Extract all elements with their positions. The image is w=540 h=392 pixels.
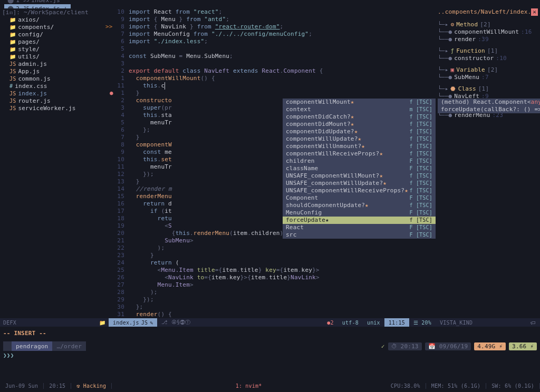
outline-pane: ..compoents/NavLeft/index.js ✕ └─▸ ⚙ Met… bbox=[436, 8, 540, 318]
tree-item-style[interactable]: 📁 style/ bbox=[2, 46, 107, 53]
outline-section[interactable]: └─▸ ƒ Function [1] └──●constructor:10 bbox=[438, 47, 538, 66]
code-line[interactable]: 31 render() { bbox=[109, 311, 436, 318]
file-tree: [in]: ~/WorkSpace/client 📁 axios/📁 compo… bbox=[0, 8, 109, 318]
code-line[interactable]: 27 Menu.Item> bbox=[109, 281, 436, 289]
tree-item-indexcss[interactable]: # index.css bbox=[2, 83, 107, 90]
tree-item-Appjs[interactable]: JS App.js bbox=[2, 68, 107, 75]
code-line[interactable]: 11 this.c bbox=[109, 82, 436, 90]
vista-label: VISTA_KIND bbox=[440, 320, 472, 326]
filename: index.js bbox=[113, 320, 139, 326]
code-line[interactable]: 29 }); bbox=[109, 296, 436, 303]
tree-item-serviceWorkerjs[interactable]: JS serviceWorker.js bbox=[2, 105, 107, 112]
prompt-time: ⏱ 20:13 bbox=[388, 342, 422, 350]
editor-tabs: ⬤ 1 JS index.js ⬤ 2 JS index.js + bbox=[0, 0, 540, 8]
prompt-mem1: 4.49G ⚡ bbox=[474, 342, 506, 350]
code-line[interactable]: 5 bbox=[109, 45, 436, 53]
prompt-path: …/order bbox=[52, 341, 86, 351]
outline-section[interactable]: └─▸ ⚙ Method [2] └──●componentWillMount:… bbox=[438, 21, 538, 47]
cursor-pos: 11:15 bbox=[384, 318, 409, 327]
completion-item[interactable]: UNSAFE_componentWillMount?★f [TSC] bbox=[283, 172, 436, 180]
completion-item[interactable]: childrenF [TSC] bbox=[283, 158, 436, 165]
completion-item[interactable]: componentDidMount?★f [TSC] bbox=[283, 121, 436, 128]
prompt-caret[interactable]: ❯❯❯ bbox=[3, 351, 537, 360]
cwd-label: [in]: ~/WorkSpace/client bbox=[2, 9, 89, 16]
vim-mode: -- INSERT -- bbox=[0, 327, 540, 341]
git-icons: ⎇ ⦿§⓹Ⓣ bbox=[157, 319, 195, 326]
completion-popup[interactable]: componentWillMount★f [TSC]contextm [TSC]… bbox=[283, 99, 436, 239]
tab-index.js[interactable]: ⬤ 1 JS index.js bbox=[4, 0, 71, 4]
tmux-swap: SW: 6% (0.1G) bbox=[486, 383, 540, 389]
tree-item-adminjs[interactable]: JS admin.js bbox=[2, 61, 107, 68]
shell-prompt[interactable]: pendragon …/order ✓ ⏱ 20:13 📅 09/06/19 4… bbox=[0, 341, 540, 362]
completion-item[interactable]: componentDidUpdate?★f [TSC] bbox=[283, 128, 436, 135]
tree-item-indexjs[interactable]: JS index.js bbox=[2, 90, 107, 97]
tmux-bar: Jun-09 Sun 20:15 ☢ Hacking 1: nvim* CPU:… bbox=[0, 381, 540, 390]
code-line[interactable]: 6import "./index.less"; bbox=[109, 38, 436, 45]
code-line[interactable]: 25 <Menu.Item title={item.title} key={it… bbox=[109, 267, 436, 274]
tree-item-compoents[interactable]: 📁 compoents/ bbox=[2, 24, 107, 31]
code-line[interactable]: 28 ); bbox=[109, 289, 436, 296]
code-line[interactable]: 24 return ( bbox=[109, 259, 436, 267]
completion-item[interactable]: contextm [TSC] bbox=[283, 106, 436, 113]
apple-icon bbox=[3, 341, 12, 351]
prompt-date: 📅 09/06/19 bbox=[425, 342, 471, 350]
tree-item-config[interactable]: 📁 config/ bbox=[2, 31, 107, 38]
close-icon[interactable]: ✕ bbox=[531, 8, 538, 16]
completion-item[interactable]: componentWillUpdate?★f [TSC] bbox=[283, 135, 436, 143]
code-line[interactable]: 3 bbox=[109, 60, 436, 67]
file-pill: index.js JS ✎ bbox=[109, 318, 157, 327]
code-line[interactable]: 7import MenuConfig from "./../../config/… bbox=[109, 31, 436, 38]
code-line[interactable]: 26 <NavLink to={item.key}>{item.title}Na… bbox=[109, 274, 436, 281]
check-icon: ✓ bbox=[381, 343, 385, 350]
code-line[interactable]: 1 componentWillMount() { bbox=[109, 75, 436, 82]
tree-item-utils[interactable]: 📁 utils/ bbox=[2, 53, 107, 61]
completion-item[interactable]: srcF [TSC] bbox=[283, 231, 436, 239]
mode-label: DEFX bbox=[3, 320, 16, 326]
outline-section[interactable]: └─▸ ▣ Variable [2] └──●SubMenu:7 bbox=[438, 66, 538, 85]
code-line[interactable]: 22 ); bbox=[109, 244, 436, 252]
completion-item[interactable]: componentDidCatch?★f [TSC] bbox=[283, 113, 436, 121]
tree-item-commonjs[interactable]: JS common.js bbox=[2, 75, 107, 83]
tmux-window[interactable]: 1: nvim* bbox=[112, 383, 385, 389]
tmux-session: ☢ Hacking bbox=[71, 383, 112, 389]
code-line[interactable]: 23 } bbox=[109, 252, 436, 259]
completion-item[interactable]: UNSAFE_componentWillUpdate?★f [TSC] bbox=[283, 180, 436, 187]
tree-item-routerjs[interactable]: JS router.js bbox=[2, 97, 107, 105]
filetype-icon: JS bbox=[141, 320, 148, 326]
editor-pane[interactable]: 10import React from "react";9import { Me… bbox=[109, 8, 436, 318]
completion-item[interactable]: componentWillMount★f [TSC] bbox=[283, 99, 436, 106]
code-line[interactable]: 4const SubMenu = Menu.SubMenu; bbox=[109, 53, 436, 60]
outline-path: ..compoents/NavLeft/index.js bbox=[438, 8, 538, 16]
tree-item-axios[interactable]: 📁 axios/ bbox=[2, 16, 107, 24]
modified-icon: ✎ bbox=[150, 320, 153, 326]
completion-item[interactable]: classNameF [TSC] bbox=[283, 165, 436, 172]
tmux-mem: MEM: 51% (6.1G) bbox=[426, 383, 486, 389]
prompt-user: pendragon bbox=[12, 341, 52, 351]
completion-item[interactable]: UNSAFE_componentWillReceiveProps?★f [TSC… bbox=[283, 187, 436, 194]
code-line[interactable]: ●1 } bbox=[109, 90, 436, 97]
tmux-time: 20:15 bbox=[44, 383, 71, 389]
code-line[interactable]: 30 }; bbox=[109, 303, 436, 311]
code-line[interactable]: 2export default class NavLeft extends Re… bbox=[109, 67, 436, 75]
completion-item[interactable]: shouldComponentUpdate?★f [TSC] bbox=[283, 202, 436, 209]
encoding: utf-8 bbox=[338, 318, 363, 327]
completion-item[interactable]: MenuConfigF [TSC] bbox=[283, 209, 436, 217]
completion-item[interactable]: ReactF [TSC] bbox=[283, 224, 436, 231]
code-line[interactable]: >>8import { NavLink } from "react-router… bbox=[109, 23, 436, 31]
fileformat: unix bbox=[363, 318, 384, 327]
error-count: ●2 bbox=[323, 318, 338, 327]
completion-item[interactable]: componentWillUnmount?★f [TSC] bbox=[283, 143, 436, 150]
statusline: DEFX 📁 index.js JS ✎ ⎇ ⦿§⓹Ⓣ ●2 utf-8 uni… bbox=[0, 318, 540, 327]
prompt-mem2: 3.66 ⚡ bbox=[509, 342, 537, 350]
completion-item[interactable]: componentWillReceiveProps?★f [TSC] bbox=[283, 150, 436, 158]
tmux-cpu: CPU:38.0% bbox=[385, 383, 426, 389]
completion-item[interactable]: forceUpdate★f [TSC] bbox=[283, 217, 436, 224]
tree-item-pages[interactable]: 📁 pages/ bbox=[2, 38, 107, 46]
tag-icon: 🏷 bbox=[531, 320, 536, 326]
folder-icon: 📁 bbox=[99, 320, 105, 326]
tmux-date: Jun-09 Sun bbox=[0, 383, 44, 389]
code-line[interactable]: 10import React from "react"; bbox=[109, 8, 436, 16]
completion-item[interactable]: ComponentF [TSC] bbox=[283, 194, 436, 202]
code-line[interactable]: 9import { Menu } from "antd"; bbox=[109, 16, 436, 23]
signature-hint: (method) React.Component<any, any, any>.… bbox=[438, 99, 540, 113]
